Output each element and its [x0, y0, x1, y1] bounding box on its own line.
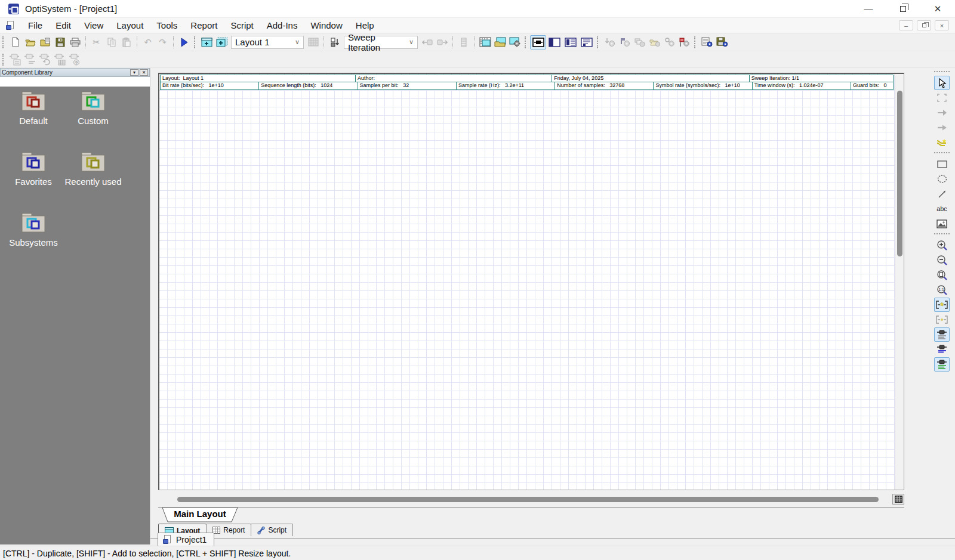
insert-text-tool[interactable]: abc	[934, 202, 950, 216]
draw-ellipse-tool[interactable]	[934, 172, 950, 186]
print-icon[interactable]	[67, 35, 82, 49]
sweep-copy-icon[interactable]	[632, 35, 647, 49]
mdi-minimize-button[interactable]: –	[899, 20, 913, 30]
menu-help[interactable]: Help	[349, 18, 381, 32]
next-sweep-icon[interactable]	[435, 35, 449, 49]
draw-rectangle-tool[interactable]	[934, 157, 950, 171]
mdi-restore-button[interactable]	[917, 20, 931, 30]
auto-connect-off-tool[interactable]	[934, 313, 950, 327]
sweep-order-icon[interactable]	[327, 35, 342, 49]
menu-file[interactable]: File	[21, 18, 49, 32]
vertical-scrollbar[interactable]	[895, 74, 904, 490]
view-report-mode-button[interactable]	[562, 35, 578, 49]
save-icon[interactable]	[53, 35, 67, 49]
vertical-scrollbar-thumb[interactable]	[897, 91, 902, 256]
zoom-in-tool[interactable]	[934, 238, 950, 252]
view-component-mode-button[interactable]	[530, 35, 546, 49]
duplicate-layout-icon[interactable]	[214, 35, 229, 49]
menu-add-ins[interactable]: Add-Ins	[260, 18, 304, 32]
sweep-open-icon[interactable]	[647, 35, 662, 49]
menu-layout[interactable]: Layout	[110, 18, 150, 32]
sweep-iteration-combobox[interactable]: Sweep Iteration ∨	[344, 36, 418, 49]
menu-window[interactable]: Window	[304, 18, 349, 32]
component-labels-blue-tool[interactable]	[934, 342, 950, 357]
library-folder-default[interactable]: Default	[2, 91, 64, 126]
run-simulation-icon[interactable]	[177, 35, 192, 49]
component-help-icon[interactable]: ?	[67, 52, 82, 67]
draw-arrow-tool[interactable]	[934, 120, 950, 135]
tab-project1[interactable]: Project1	[158, 533, 214, 546]
panel-close-button[interactable]: ✕	[140, 69, 148, 76]
toolbar-grip[interactable]	[694, 36, 697, 48]
menu-edit[interactable]: Edit	[49, 18, 78, 32]
minimize-button[interactable]: —	[851, 0, 886, 18]
sweep-down-icon[interactable]	[602, 35, 617, 49]
horizontal-scrollbar[interactable]	[158, 493, 904, 506]
zoom-out-tool[interactable]	[934, 253, 950, 267]
component-library-filter-bar[interactable]	[0, 77, 150, 87]
layout-canvas[interactable]: Layout: Layout 1 Author: Friday, July 04…	[159, 74, 895, 490]
main-layout-tab[interactable]: Main Layout	[162, 508, 238, 522]
import-project-icon[interactable]	[38, 35, 53, 49]
menu-script[interactable]: Script	[224, 18, 260, 32]
tab-script[interactable]: Script	[251, 524, 293, 536]
horizontal-scrollbar-thumb[interactable]	[177, 497, 879, 502]
menu-tools[interactable]: Tools	[150, 18, 184, 32]
sweep-flag-icon[interactable]	[617, 35, 632, 49]
component-library-header[interactable]: Component Library ▾ ✕	[0, 68, 150, 77]
parameter-table-icon[interactable]	[456, 35, 471, 49]
toolbar-grip[interactable]	[525, 36, 528, 48]
cut-icon[interactable]: ✂	[89, 35, 104, 49]
select-area-tool[interactable]	[934, 91, 950, 105]
new-layout-icon[interactable]	[199, 35, 214, 49]
zoom-page-tool[interactable]	[934, 268, 950, 282]
component-grid-icon[interactable]	[53, 52, 67, 67]
component-refresh-icon[interactable]	[38, 52, 53, 67]
close-button[interactable]: ✕	[920, 0, 955, 18]
previous-sweep-icon[interactable]	[420, 35, 435, 49]
sweep-report-red-icon[interactable]	[677, 35, 692, 49]
layout-selector-combobox[interactable]: Layout 1 ∨	[231, 36, 304, 49]
layout-folder-icon[interactable]	[492, 35, 507, 49]
paste-icon[interactable]	[119, 35, 134, 49]
view-split-mode-button[interactable]	[546, 35, 562, 49]
zoom-one-to-one-tool[interactable]: 1:1	[934, 283, 950, 297]
component-labels-green-tool[interactable]	[934, 357, 950, 372]
draw-connections-tool[interactable]	[934, 135, 950, 150]
library-folder-recently-used[interactable]: Recently used	[62, 151, 124, 187]
flip-horizontal-tool[interactable]	[934, 106, 950, 120]
copy-icon[interactable]	[104, 35, 119, 49]
toolbar-grip[interactable]	[597, 36, 600, 48]
select-cursor-tool[interactable]	[934, 76, 950, 90]
new-document-icon[interactable]	[8, 35, 23, 49]
view-script-mode-button[interactable]	[578, 35, 594, 49]
component-equal-icon[interactable]	[8, 52, 23, 67]
restore-button[interactable]	[886, 0, 920, 18]
layout-navigator-button[interactable]	[892, 494, 904, 505]
library-folder-custom[interactable]: Custom	[62, 91, 124, 126]
toolbar-grip[interactable]	[2, 36, 5, 48]
draw-line-tool[interactable]	[934, 187, 950, 201]
menu-view[interactable]: View	[78, 18, 110, 32]
palette-grip[interactable]	[934, 71, 950, 73]
delete-layout-icon[interactable]	[306, 35, 321, 49]
sweep-find-icon[interactable]	[662, 35, 677, 49]
menu-report[interactable]: Report	[184, 18, 224, 32]
panel-collapse-button[interactable]: ▾	[130, 69, 138, 76]
toolbar-grip[interactable]	[194, 36, 197, 48]
library-folder-subsystems[interactable]: Subsystems	[2, 212, 64, 247]
project-properties-icon[interactable]	[700, 35, 714, 49]
layout-settings-icon[interactable]	[507, 35, 522, 49]
auto-connect-on-tool[interactable]	[934, 298, 950, 312]
component-labels-gray-tool[interactable]	[934, 327, 950, 342]
library-folder-favorites[interactable]: Favorites	[2, 151, 64, 187]
redo-icon[interactable]: ↷	[155, 35, 170, 49]
component-lines-icon[interactable]	[23, 52, 38, 67]
layout-editor-icon[interactable]	[478, 35, 492, 49]
toolbar-grip[interactable]	[2, 54, 5, 66]
undo-icon[interactable]: ↶	[140, 35, 155, 49]
mdi-close-button[interactable]: ×	[935, 20, 949, 30]
insert-image-tool[interactable]	[934, 216, 950, 231]
open-project-icon[interactable]	[23, 35, 38, 49]
save-results-icon[interactable]	[714, 35, 729, 49]
